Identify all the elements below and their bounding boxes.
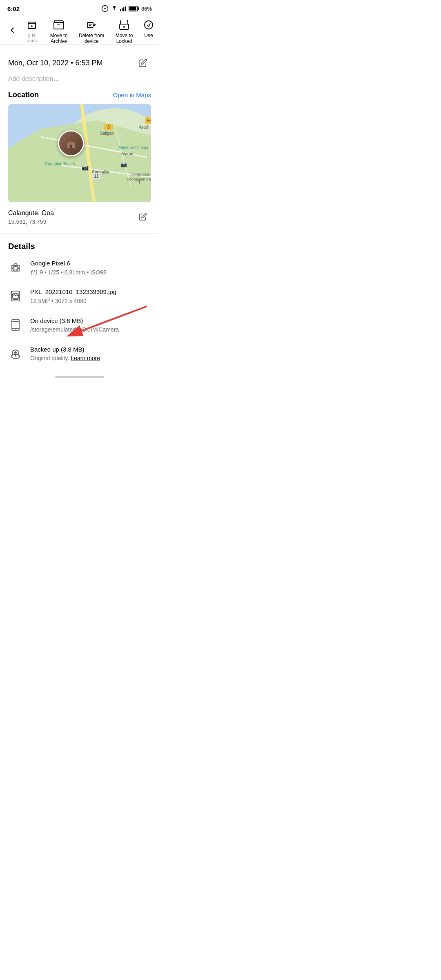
locked-folder-icon xyxy=(119,20,129,30)
svg-text:66: 66 xyxy=(147,118,151,123)
device-detail-text: On device (3.8 MB) /storage/emulated/0/D… xyxy=(30,317,119,334)
backup-detail-secondary: Original quality. Learn more xyxy=(30,354,100,363)
svg-point-19 xyxy=(145,21,153,29)
detail-row-device: On device (3.8 MB) /storage/emulated/0/D… xyxy=(8,317,151,334)
location-header: Location Open in Maps xyxy=(8,91,151,99)
svg-rect-46 xyxy=(70,145,72,148)
toolbar-action-move-to-archive[interactable]: Move to Archive xyxy=(42,16,75,45)
camera-detail-text: Google Pixel 6 ƒ/1.9 • 1/25 • 6.81mm • I… xyxy=(30,259,107,276)
svg-rect-5 xyxy=(125,6,126,11)
svg-text:Aradi Soco: Aradi Soco xyxy=(139,125,151,129)
status-bar: 6:02 86% xyxy=(0,0,159,16)
file-detail-secondary: 12.5MP • 3072 x 4080 xyxy=(30,297,116,305)
location-info: Calangute, Goa 15.531, 73.759 xyxy=(8,209,54,225)
battery-percent: 86% xyxy=(141,6,152,12)
svg-text:Immaculate: Immaculate xyxy=(131,172,150,176)
signal-icon xyxy=(120,6,127,11)
bottom-bar xyxy=(0,374,159,383)
content: Mon, Oct 10, 2022 • 6:53 PM Add descript… xyxy=(0,45,159,363)
edit-date-button[interactable] xyxy=(135,55,151,71)
location-coords: 15.531, 73.759 xyxy=(8,218,54,225)
toolbar-action-delete-from-device[interactable]: Delete fromdevice xyxy=(75,16,108,45)
svg-rect-14 xyxy=(87,22,93,27)
description-placeholder[interactable]: Add description… xyxy=(8,74,151,91)
file-detail-primary: PXL_20221010_132339309.jpg xyxy=(30,288,116,296)
backup-detail-primary: Backed up (3.8 MB) xyxy=(30,345,100,354)
svg-text:Candolim Beach: Candolim Beach xyxy=(45,162,75,166)
file-detail-icon xyxy=(8,289,23,303)
dnd-icon xyxy=(101,5,109,12)
open-in-maps-link[interactable]: Open in Maps xyxy=(113,91,151,98)
camera-detail-icon xyxy=(8,260,23,275)
status-icons: 86% xyxy=(101,5,152,12)
wifi-icon xyxy=(111,6,118,11)
details-section: Details Google Pixel 6 ƒ/1.9 • 1/25 • 6.… xyxy=(8,234,151,362)
delete-from-device-icon xyxy=(86,20,97,30)
map-pin xyxy=(58,130,84,156)
svg-text:11: 11 xyxy=(94,174,99,178)
svg-text:8: 8 xyxy=(107,125,110,129)
svg-text:📷: 📷 xyxy=(120,161,127,168)
toolbar-action-add-to-album[interactable]: d to.oum xyxy=(21,16,42,45)
camera-detail-secondary: ƒ/1.9 • 1/25 • 6.81mm • ISO98 xyxy=(30,269,107,277)
archive-icon xyxy=(53,20,64,30)
detail-row-backup: Backed up (3.8 MB) Original quality. Lea… xyxy=(8,345,151,363)
home-indicator xyxy=(55,376,104,378)
file-detail-text: PXL_20221010_132339309.jpg 12.5MP • 3072… xyxy=(30,288,116,305)
svg-rect-12 xyxy=(54,22,64,29)
toolbar: d to.oum Move to Archive xyxy=(0,16,159,45)
svg-text:Pilerne: Pilerne xyxy=(120,151,134,156)
delete-from-device-label: Delete fromdevice xyxy=(79,33,104,45)
camera-detail-primary: Google Pixel 6 xyxy=(30,259,107,267)
photo-date: Mon, Oct 10, 2022 • 6:53 PM xyxy=(8,59,102,67)
status-time: 6:02 xyxy=(7,5,20,12)
backup-detail-text: Backed up (3.8 MB) Original quality. Lea… xyxy=(30,345,100,363)
svg-rect-7 xyxy=(138,7,139,10)
svg-point-18 xyxy=(123,26,125,28)
svg-rect-3 xyxy=(122,8,122,11)
use-icon xyxy=(143,20,154,30)
map-container[interactable]: Aradi Soco Saligao Goa Beac Museum Of Go… xyxy=(8,104,151,202)
svg-point-50 xyxy=(14,267,18,270)
back-button[interactable] xyxy=(3,21,21,39)
detail-row-camera: Google Pixel 6 ƒ/1.9 • 1/25 • 6.81mm • I… xyxy=(8,259,151,276)
add-to-album-label: d to.oum xyxy=(27,33,37,43)
svg-rect-2 xyxy=(120,9,121,11)
device-detail-secondary: /storage/emulated/0/DCIM/Camera xyxy=(30,326,119,334)
svg-point-57 xyxy=(15,330,16,330)
backup-detail-icon xyxy=(8,346,23,361)
location-name: Calangute, Goa xyxy=(8,209,54,218)
move-to-archive-label: Move to Archive xyxy=(46,33,72,45)
svg-text:Museum Of Goa: Museum Of Goa xyxy=(118,145,149,150)
details-section-title: Details xyxy=(8,242,151,251)
svg-text:✝: ✝ xyxy=(137,178,142,185)
use-label: Use xyxy=(144,33,153,38)
location-section-title: Location xyxy=(8,91,39,99)
device-detail-icon xyxy=(8,318,23,332)
svg-rect-4 xyxy=(123,7,124,11)
svg-rect-8 xyxy=(129,7,136,11)
location-detail: Calangute, Goa 15.531, 73.759 xyxy=(8,209,151,233)
date-section: Mon, Oct 10, 2022 • 6:53 PM xyxy=(8,45,151,74)
device-detail-primary: On device (3.8 MB) xyxy=(30,317,119,325)
toolbar-action-use[interactable]: Use xyxy=(140,16,156,45)
svg-rect-52 xyxy=(13,294,18,298)
map-pin-photo xyxy=(59,131,83,155)
toolbar-action-move-to-locked-folder[interactable]: Move toLockedFolder xyxy=(108,16,140,45)
learn-more-link[interactable]: Learn more xyxy=(71,355,100,361)
move-to-locked-folder-label: Move toLockedFolder xyxy=(116,33,133,45)
svg-text:Saligao: Saligao xyxy=(100,131,114,136)
detail-row-file: PXL_20221010_132339309.jpg 12.5MP • 3072… xyxy=(8,288,151,305)
toolbar-actions: d to.oum Move to Archive xyxy=(21,16,156,45)
battery-icon xyxy=(129,6,139,11)
add-to-album-icon xyxy=(27,20,37,30)
svg-text:📷: 📷 xyxy=(82,164,89,171)
edit-location-button[interactable] xyxy=(135,209,151,225)
